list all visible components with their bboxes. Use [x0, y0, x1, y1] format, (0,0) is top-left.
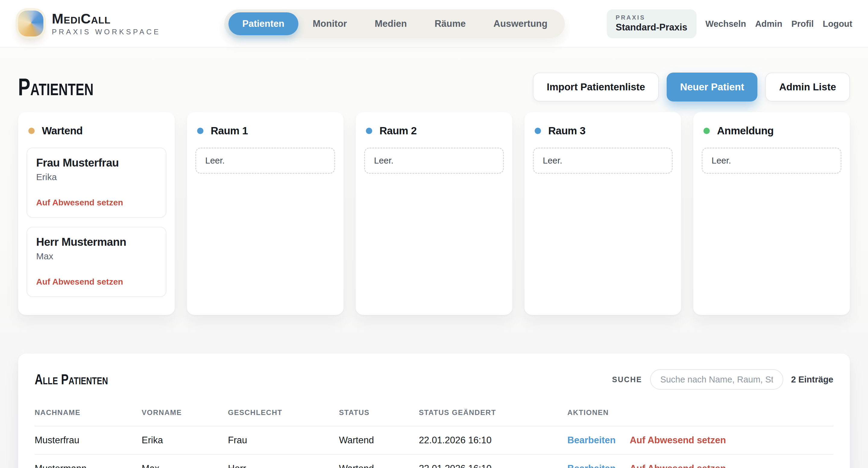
col-header-status-geaendert: STATUS GEÄNDERT — [419, 408, 567, 426]
column-title: Raum 3 — [548, 125, 585, 137]
bearbeiten-link[interactable]: Bearbeiten — [567, 435, 616, 445]
patient-card-mustermann[interactable]: Herr Mustermann Max Auf Abwesend setzen — [27, 227, 166, 297]
table-row: Mustermann Max Herr Wartend 22.01.2026 1… — [35, 455, 833, 468]
empty-dropzone[interactable]: Leer. — [533, 147, 673, 174]
page-title: Patienten — [18, 75, 93, 99]
column-title: Anmeldung — [717, 125, 774, 137]
cell-status-geaendert: 22.01.2026 16:10 — [419, 455, 567, 468]
search-input[interactable] — [650, 369, 783, 390]
cell-nachname: Musterfrau — [35, 426, 142, 455]
title-row: Patienten Import Patientenliste Neuer Pa… — [18, 72, 850, 102]
link-wechseln[interactable]: Wechseln — [706, 19, 746, 29]
praxis-name: Standard-Praxis — [616, 22, 687, 33]
main-content: Patienten Import Patientenliste Neuer Pa… — [0, 72, 868, 468]
link-logout[interactable]: Logout — [823, 19, 852, 29]
status-dot-anmeldung — [704, 128, 710, 134]
cell-status-geaendert: 22.01.2026 16:10 — [419, 426, 567, 455]
set-absent-link[interactable]: Auf Abwesend setzen — [36, 198, 123, 207]
table-row: Musterfrau Erika Frau Wartend 22.01.2026… — [35, 426, 833, 455]
entry-count: 2 Einträge — [791, 375, 833, 385]
auf-abwesend-setzen-link[interactable]: Auf Abwesend setzen — [629, 435, 726, 445]
patient-title: Herr Mustermann — [36, 236, 157, 248]
cell-vorname: Erika — [142, 426, 228, 455]
medicall-logo-icon — [18, 10, 43, 36]
tab-patienten[interactable]: Patienten — [228, 12, 299, 35]
bearbeiten-link[interactable]: Bearbeiten — [567, 463, 616, 468]
kanban-column-raum-1: Raum 1 Leer. — [187, 112, 344, 315]
admin-liste-button[interactable]: Admin Liste — [765, 73, 850, 101]
column-title: Raum 1 — [211, 125, 248, 137]
col-header-aktionen: AKTIONEN — [567, 408, 833, 426]
import-patientenliste-button[interactable]: Import Patientenliste — [533, 73, 659, 101]
page-actions: Import Patientenliste Neuer Patient Admi… — [533, 73, 850, 101]
col-header-nachname: NACHNAME — [35, 408, 142, 426]
col-header-status: STATUS — [339, 408, 419, 426]
patient-firstname: Erika — [36, 172, 157, 182]
brand-subtitle: PRAXIS WORKSPACE — [52, 28, 161, 36]
tab-medien[interactable]: Medien — [361, 9, 421, 38]
search-label: SUCHE — [612, 375, 642, 384]
cell-nachname: Mustermann — [35, 455, 142, 468]
auf-abwesend-setzen-link[interactable]: Auf Abwesend setzen — [629, 463, 726, 468]
patient-card-musterfrau[interactable]: Frau Musterfrau Erika Auf Abwesend setze… — [27, 147, 166, 218]
all-patients-panel: Alle Patienten SUCHE 2 Einträge NACHNAME… — [18, 354, 850, 468]
link-admin[interactable]: Admin — [755, 19, 782, 29]
status-dot-wartend — [28, 128, 35, 134]
tab-auswertung[interactable]: Auswertung — [479, 9, 561, 38]
cell-aktionen: Bearbeiten Auf Abwesend setzen — [567, 455, 833, 468]
set-absent-link[interactable]: Auf Abwesend setzen — [36, 277, 123, 287]
empty-dropzone[interactable]: Leer. — [364, 147, 504, 174]
brand-name: MediCall — [52, 12, 161, 26]
cell-geschlecht: Herr — [228, 455, 339, 468]
status-dot-raum-3 — [535, 128, 541, 134]
app-header: MediCall PRAXIS WORKSPACE Patienten Moni… — [0, 0, 868, 47]
empty-dropzone[interactable]: Leer. — [702, 147, 841, 174]
kanban-board: Wartend Frau Musterfrau Erika Auf Abwese… — [18, 112, 850, 315]
column-title: Raum 2 — [379, 125, 416, 137]
cell-aktionen: Bearbeiten Auf Abwesend setzen — [567, 426, 833, 455]
tab-raeume[interactable]: Räume — [421, 9, 479, 38]
status-dot-raum-2 — [366, 128, 372, 134]
panel-title: Alle Patienten — [35, 372, 108, 387]
status-dot-raum-1 — [197, 128, 204, 134]
kanban-column-raum-3: Raum 3 Leer. — [524, 112, 681, 315]
search-group: SUCHE 2 Einträge — [612, 369, 833, 390]
kanban-column-raum-2: Raum 2 Leer. — [355, 112, 513, 315]
tab-monitor[interactable]: Monitor — [299, 9, 361, 38]
praxis-label: PRAXIS — [616, 14, 687, 21]
patient-title: Frau Musterfrau — [36, 157, 157, 169]
kanban-column-wartend: Wartend Frau Musterfrau Erika Auf Abwese… — [18, 112, 175, 315]
cell-geschlecht: Frau — [228, 426, 339, 455]
kanban-column-anmeldung: Anmeldung Leer. — [693, 112, 850, 315]
col-header-vorname: VORNAME — [142, 408, 228, 426]
link-profil[interactable]: Profil — [792, 19, 814, 29]
cell-vorname: Max — [142, 455, 228, 468]
column-title: Wartend — [42, 125, 83, 137]
cell-status: Wartend — [339, 426, 419, 455]
empty-dropzone[interactable]: Leer. — [195, 147, 335, 174]
brand: MediCall PRAXIS WORKSPACE — [18, 10, 161, 36]
patient-firstname: Max — [36, 251, 157, 261]
main-nav: Patienten Monitor Medien Räume Auswertun… — [224, 9, 565, 38]
header-right: PRAXIS Standard-Praxis Wechseln Admin Pr… — [607, 0, 852, 47]
col-header-geschlecht: GESCHLECHT — [228, 408, 339, 426]
praxis-chip: PRAXIS Standard-Praxis — [607, 9, 696, 38]
patients-table: NACHNAME VORNAME GESCHLECHT STATUS STATU… — [35, 408, 833, 468]
cell-status: Wartend — [339, 455, 419, 468]
neuer-patient-button[interactable]: Neuer Patient — [667, 73, 757, 101]
